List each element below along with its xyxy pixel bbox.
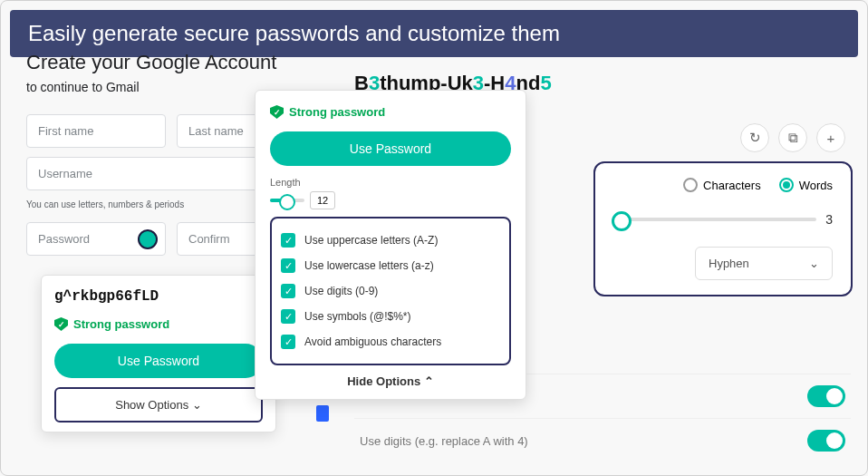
- options-box: ✓Use uppercase letters (A-Z) ✓Use lowerc…: [270, 217, 511, 365]
- page-title: Create your Google Account: [26, 51, 316, 74]
- password-popup-expanded: Strong password Use Password Length 12 ✓…: [255, 90, 526, 400]
- checkbox-icon: ✓: [281, 335, 295, 349]
- password-strength: Strong password: [54, 317, 263, 331]
- option-digits[interactable]: ✓Use digits (0-9): [279, 278, 502, 304]
- length-value[interactable]: 12: [310, 191, 335, 209]
- refresh-icon: ↻: [749, 130, 761, 146]
- copy-button[interactable]: ⧉: [778, 123, 807, 152]
- show-options-button[interactable]: Show Options ⌄: [54, 387, 263, 423]
- passphrase-options-box: Characters Words 3 Hyphen ⌄: [593, 161, 853, 296]
- refresh-button[interactable]: ↻: [740, 123, 769, 152]
- mode-characters-radio[interactable]: Characters: [683, 178, 761, 192]
- shield-check-icon: [270, 105, 284, 119]
- use-password-button[interactable]: Use Password: [54, 344, 263, 378]
- option-uppercase[interactable]: ✓Use uppercase letters (A-Z): [279, 228, 502, 253]
- word-count-value: 3: [825, 212, 833, 227]
- blue-indicator: [316, 405, 329, 422]
- option-lowercase[interactable]: ✓Use lowercase letters (a-z): [279, 253, 502, 278]
- radio-icon: [683, 178, 698, 192]
- password-popup-small: g^rkbgp66fLD Strong password Use Passwor…: [41, 275, 276, 432]
- first-name-field[interactable]: First name: [26, 114, 166, 148]
- plus-icon: +: [827, 131, 835, 146]
- radio-selected-icon: [779, 178, 794, 192]
- option-symbols[interactable]: ✓Use symbols (@!$%*): [279, 304, 502, 329]
- generated-password: g^rkbgp66fLD: [54, 288, 263, 305]
- chevron-down-icon: ⌄: [192, 398, 202, 412]
- checkbox-icon: ✓: [281, 258, 295, 273]
- checkbox-icon: ✓: [281, 284, 295, 298]
- mode-words-radio[interactable]: Words: [779, 178, 833, 192]
- use-password-button[interactable]: Use Password: [270, 131, 511, 166]
- shield-check-icon: [54, 317, 68, 331]
- password-manager-icon[interactable]: [138, 229, 158, 249]
- toggle-switch-digits[interactable]: [807, 430, 845, 452]
- separator-select[interactable]: Hyphen ⌄: [695, 247, 833, 280]
- word-count-slider[interactable]: [613, 218, 816, 221]
- password-field[interactable]: Password: [26, 222, 166, 256]
- checkbox-icon: ✓: [281, 309, 295, 324]
- option-ambiguous[interactable]: ✓Avoid ambiguous characters: [279, 329, 502, 355]
- length-slider[interactable]: [270, 199, 304, 202]
- chevron-up-icon: ⌃: [424, 374, 434, 388]
- checkbox-icon: ✓: [281, 233, 295, 248]
- toggle-switch-1[interactable]: [807, 385, 845, 407]
- password-strength: Strong password: [270, 105, 511, 119]
- add-button[interactable]: +: [816, 123, 845, 152]
- toggle-row-digits: Use digits (e.g. replace A with 4): [354, 418, 851, 462]
- copy-icon: ⧉: [788, 130, 798, 146]
- chevron-down-icon: ⌄: [809, 257, 819, 270]
- length-label: Length: [270, 177, 511, 188]
- hide-options-button[interactable]: Hide Options ⌃: [270, 374, 511, 388]
